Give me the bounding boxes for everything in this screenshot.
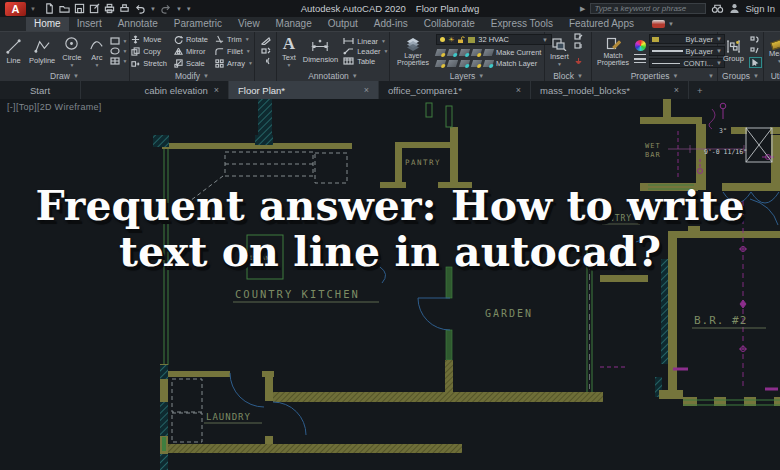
- mirror-tool-button[interactable]: Mirror: [174, 46, 208, 57]
- group-edit-icon[interactable]: [749, 46, 760, 55]
- linear-tool-button[interactable]: Linear▼: [343, 37, 388, 46]
- linetype-dropdown[interactable]: CONTI... ▼: [649, 58, 725, 68]
- file-tab-mass-model-blocks[interactable]: mass_model_blocks* ×: [531, 81, 689, 99]
- layer-on-bulb-icon[interactable]: [440, 37, 445, 42]
- lineweight-dropdown[interactable]: ByLayer ▼: [649, 46, 725, 56]
- layer-color-swatch[interactable]: [468, 37, 475, 43]
- layer-isolate-icon[interactable]: [447, 49, 458, 56]
- leader-tool-button[interactable]: Leader▼: [343, 47, 388, 56]
- layer-lock-icon[interactable]: [471, 49, 482, 56]
- new-file-icon[interactable]: [44, 3, 55, 14]
- person-icon[interactable]: [729, 0, 740, 18]
- ribbon-tab-collaborate[interactable]: Collaborate: [416, 17, 483, 31]
- stretch-tool-button[interactable]: Stretch: [131, 58, 167, 69]
- new-tab-button[interactable]: +: [689, 81, 711, 99]
- ribbon-tab-output[interactable]: Output: [320, 17, 366, 31]
- color-wheel-icon[interactable]: [635, 40, 646, 51]
- undo-caret-icon[interactable]: ▼: [150, 6, 156, 12]
- save-as-icon[interactable]: [89, 3, 100, 14]
- logo-caret-icon[interactable]: ▼: [30, 6, 36, 12]
- hatch-tool-button[interactable]: ▼: [110, 57, 127, 65]
- layer-unlock-icon[interactable]: [457, 36, 465, 44]
- autocad-logo-icon[interactable]: A: [5, 2, 26, 16]
- redo-icon[interactable]: [160, 3, 172, 14]
- rotate-tool-button[interactable]: Rotate: [174, 34, 208, 45]
- ungroup-icon[interactable]: [749, 35, 760, 44]
- infocenter-collapse-icon[interactable]: ▶: [580, 5, 585, 13]
- close-tab-icon[interactable]: ×: [674, 85, 679, 95]
- measure-button[interactable]: Mea... ▼: [767, 40, 780, 63]
- layer-thaw-sun-icon[interactable]: ☀: [448, 36, 454, 43]
- line-tool-button[interactable]: Line: [3, 38, 24, 65]
- open-folder-icon[interactable]: [59, 3, 70, 14]
- layer-thaw-all-icon[interactable]: [459, 60, 470, 67]
- ribbon-tab-parametric[interactable]: Parametric: [166, 17, 230, 31]
- match-properties-button[interactable]: Match Properties: [595, 37, 631, 66]
- text-tool-button[interactable]: A Text ▼: [280, 36, 298, 67]
- group-selection-toggle-icon[interactable]: [749, 57, 762, 68]
- block-download-icon[interactable]: [574, 51, 583, 69]
- rectangle-tool-button[interactable]: ▼: [110, 37, 127, 45]
- object-color-dropdown[interactable]: ByLayer ▼: [649, 34, 725, 44]
- make-current-button[interactable]: Make Current: [496, 48, 541, 57]
- fillet-tool-button[interactable]: Fillet▼: [215, 46, 253, 57]
- copy-tool-button[interactable]: Copy: [131, 46, 167, 57]
- scale-tool-button[interactable]: Scale: [174, 58, 208, 69]
- block-attributes-icon[interactable]: [574, 42, 583, 49]
- close-tab-icon[interactable]: ×: [516, 85, 521, 95]
- undo-icon[interactable]: [134, 3, 146, 14]
- table-tool-button[interactable]: Table: [343, 57, 388, 66]
- save-icon[interactable]: [74, 3, 85, 14]
- layer-unlock-all-icon[interactable]: [471, 60, 482, 67]
- workspace-switcher[interactable]: ▼: [652, 17, 674, 31]
- sign-in-button[interactable]: Sign In: [745, 3, 775, 14]
- erase-tool-icon[interactable]: [261, 37, 271, 45]
- ribbon-tab-view[interactable]: View: [230, 17, 268, 31]
- trim-tool-button[interactable]: Trim▼: [215, 34, 253, 45]
- ribbon-tab-featured-apps[interactable]: Featured Apps: [561, 17, 642, 31]
- search-input[interactable]: [590, 3, 706, 14]
- properties-dialog-launcher-icon[interactable]: ▼: [708, 73, 714, 79]
- ribbon-tab-manage[interactable]: Manage: [268, 17, 320, 31]
- plot-icon[interactable]: [104, 3, 115, 14]
- ribbon-tab-addins[interactable]: Add-ins: [366, 17, 416, 31]
- match-layer-button[interactable]: Match Layer: [496, 59, 537, 68]
- edit-block-icon[interactable]: [574, 33, 583, 40]
- close-tab-icon[interactable]: ×: [364, 85, 369, 95]
- match-layer-icon[interactable]: [483, 60, 494, 67]
- file-tab-floor-plan[interactable]: Floor Plan* ×: [229, 81, 379, 99]
- lineweight-icon[interactable]: [634, 54, 646, 63]
- insert-block-button[interactable]: Insert ▼: [548, 37, 571, 66]
- ribbon-tab-home[interactable]: Home: [26, 17, 69, 31]
- layer-freeze-icon[interactable]: [459, 49, 470, 56]
- array-tool-button[interactable]: Array▼: [215, 58, 253, 69]
- ribbon-tab-annotate[interactable]: Annotate: [110, 17, 166, 31]
- ribbon-tab-express-tools[interactable]: Express Tools: [483, 17, 561, 31]
- layer-off-icon[interactable]: [435, 49, 446, 56]
- layer-on-icon[interactable]: [435, 60, 446, 67]
- viewport-controls[interactable]: [-][Top][2D Wireframe]: [7, 102, 102, 112]
- file-tab-start[interactable]: Start: [0, 81, 81, 99]
- layer-dropdown[interactable]: ☀ 32 HVAC ▼: [436, 34, 552, 45]
- circle-tool-button[interactable]: Circle ▼: [60, 35, 83, 67]
- polyline-tool-button[interactable]: Polyline: [27, 38, 57, 65]
- offset-tool-icon[interactable]: [261, 57, 271, 65]
- layer-properties-button[interactable]: Layer Properties: [393, 37, 433, 66]
- ellipse-tool-button[interactable]: ▼: [110, 47, 127, 55]
- ribbon-tab-insert[interactable]: Insert: [69, 17, 110, 31]
- make-current-icon[interactable]: [483, 49, 494, 56]
- close-tab-icon[interactable]: ×: [214, 85, 219, 95]
- dimension-tool-button[interactable]: Dimension: [301, 39, 340, 64]
- move-tool-button[interactable]: Move: [131, 34, 167, 45]
- drawing-canvas[interactable]: 3" 9'-0 11/16" PANTRY WET BAR ISLAND COU…: [0, 99, 780, 470]
- print-icon[interactable]: [119, 3, 130, 14]
- file-tab-office-compare[interactable]: office_compare1* ×: [379, 81, 531, 99]
- explode-tool-icon[interactable]: [261, 47, 271, 55]
- qat-customize-icon[interactable]: ▼: [186, 6, 192, 12]
- group-button[interactable]: Group: [721, 40, 746, 63]
- binoculars-icon[interactable]: [711, 3, 724, 14]
- layer-unisolate-icon[interactable]: [447, 60, 458, 67]
- redo-caret-icon[interactable]: ▼: [176, 6, 182, 12]
- file-tab-cabin-elevation[interactable]: cabin elevation ×: [81, 81, 229, 99]
- arc-tool-button[interactable]: Arc ▼: [86, 35, 107, 67]
